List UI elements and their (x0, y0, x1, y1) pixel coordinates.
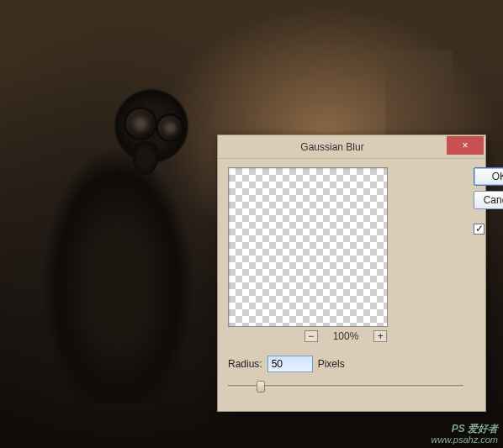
dialog-title: Gaussian Blur (218, 141, 447, 153)
minus-icon: − (308, 331, 314, 341)
watermark-sub: www.psahz.com (432, 435, 498, 445)
radius-row: Radius: Pixels (228, 356, 463, 372)
mask-lens-right (158, 116, 182, 140)
dialog-right-column: OK Cancel ✓ Preview (474, 167, 503, 401)
ok-button[interactable]: OK (474, 167, 503, 186)
watermark: PS 爱好者 www.psahz.com (432, 424, 498, 445)
preview-label: Preview (489, 223, 503, 235)
mask-filter (133, 141, 158, 175)
preview-checkbox-row: ✓ Preview (474, 223, 503, 235)
dialog-body: − 100% + Radius: Pixels (218, 159, 485, 411)
plus-icon: + (378, 331, 384, 341)
close-icon: × (462, 140, 468, 151)
zoom-controls: − 100% + (228, 330, 463, 342)
dialog-left-column: − 100% + Radius: Pixels (228, 167, 463, 401)
check-icon: ✓ (475, 223, 484, 235)
preview-thumbnail[interactable] (228, 167, 388, 327)
watermark-main: PS 爱好者 (452, 424, 498, 435)
gaussian-blur-dialog: Gaussian Blur × − 100% + Radius: (217, 134, 486, 412)
zoom-out-button[interactable]: − (304, 330, 318, 342)
slider-thumb[interactable] (257, 381, 265, 393)
close-button[interactable]: × (447, 136, 484, 155)
figure-silhouette (34, 67, 219, 403)
background-canvas: Gaussian Blur × − 100% + Radius: (0, 0, 503, 448)
ok-label: OK (492, 171, 503, 182)
mask-lens-left (126, 109, 155, 138)
radius-input[interactable] (267, 356, 313, 372)
zoom-in-button[interactable]: + (373, 330, 387, 342)
cancel-button[interactable]: Cancel (474, 191, 503, 209)
zoom-percent: 100% (333, 330, 359, 342)
radius-unit: Pixels (318, 358, 345, 370)
radius-slider[interactable] (228, 379, 463, 394)
cancel-label: Cancel (484, 194, 503, 206)
preview-checkbox[interactable]: ✓ (474, 224, 484, 235)
dialog-titlebar[interactable]: Gaussian Blur × (218, 135, 485, 159)
radius-label: Radius: (228, 358, 262, 370)
